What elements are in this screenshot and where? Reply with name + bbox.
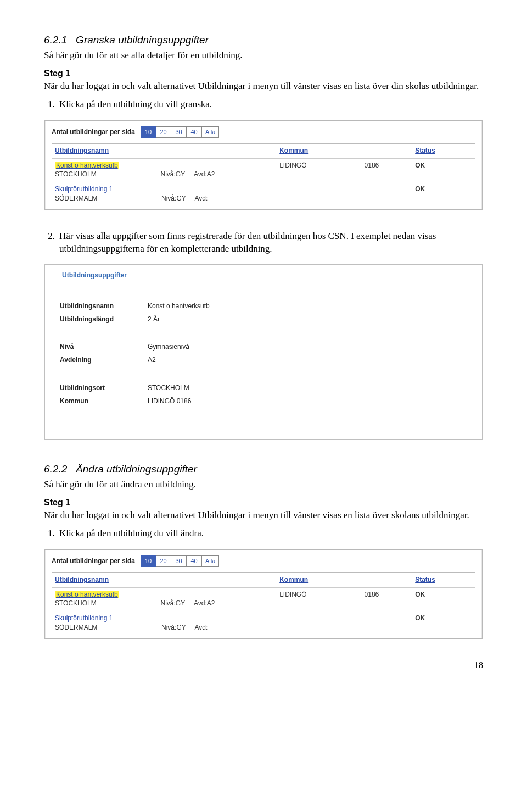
listing-screenshot-2: Antal utbildningar per sida 10 20 30 40 … (44, 549, 483, 639)
pager-option-20[interactable]: 20 (156, 126, 171, 138)
d-niva: Gymnasienivå (148, 342, 189, 351)
niva-label: Nivå: (160, 170, 175, 178)
section-intro: Så här gör du för att se alla detaljer f… (44, 49, 483, 62)
table-row[interactable]: Konst o hantverksutb STOCKHOLM Nivå:GY A… (52, 588, 475, 610)
utbildning-link-highlighted[interactable]: Konst o hantverksutb (55, 162, 119, 169)
pager-option-10[interactable]: 10 (141, 126, 156, 138)
kommun-code-cell: 0186 (361, 588, 412, 610)
step-item-1: Klicka på den utbildning du vill ändra. (57, 527, 483, 540)
pager: 10 20 30 40 Alla (141, 555, 219, 567)
section-heading-622: 6.2.2 Ändra utbildningsuppgifter (44, 462, 483, 476)
col-kommuncode (361, 143, 412, 158)
utbildning-link-highlighted[interactable]: Konst o hantverksutb (55, 591, 119, 598)
step-1-label: Steg 1 (44, 68, 483, 80)
d-namn: Konst o hantverksutb (148, 302, 210, 310)
niva-val: GY (176, 624, 186, 631)
niva-label: Nivå: (161, 194, 176, 202)
row-place: STOCKHOLM (55, 170, 97, 178)
pager-option-20[interactable]: 20 (156, 555, 171, 567)
page-number: 18 (44, 659, 483, 671)
status-cell: OK (412, 588, 475, 610)
step-1-text: När du har loggat in och valt alternativ… (44, 80, 483, 93)
pager-option-10[interactable]: 10 (141, 555, 156, 567)
niva-label: Nivå: (160, 599, 175, 607)
row-place: SÖDERMALM (55, 194, 97, 202)
section-heading-621: 6.2.1 Granska utbildningsuppgifter (44, 33, 483, 47)
section-title: Ändra utbildningsuppgifter (76, 463, 197, 475)
pager-control: Antal utbildningar per sida 10 20 30 40 … (52, 126, 475, 138)
section-title: Granska utbildningsuppgifter (76, 34, 209, 46)
table-row[interactable]: Skulptörutbildning 1 SÖDERMALM Nivå:GY A… (52, 610, 475, 634)
pager-control: Antal utbildningar per sida 10 20 30 40 … (52, 555, 475, 567)
avd-label: Avd: (194, 599, 207, 607)
kommun-cell: LIDINGÖ (276, 588, 361, 610)
details-screenshot: Utbildningsuppgifter UtbildningsnamnKons… (44, 264, 483, 440)
col-kommun[interactable]: Kommun (276, 572, 361, 587)
d-langd-lbl: Utbildningslängd (60, 315, 148, 324)
pager-option-alla[interactable]: Alla (202, 126, 219, 138)
pager-option-alla[interactable]: Alla (202, 555, 219, 567)
row-place: SÖDERMALM (55, 624, 97, 631)
status-cell: OK (412, 181, 475, 205)
avd-val: A2 (207, 599, 215, 607)
pager-option-30[interactable]: 30 (171, 555, 187, 567)
niva-val: GY (176, 194, 186, 202)
niva-val: GY (176, 599, 185, 607)
avd-label: Avd: (194, 170, 207, 178)
section-intro: Så här gör du för att ändra en utbildnin… (44, 479, 483, 491)
section-number: 6.2.2 (44, 463, 67, 475)
pager-option-40[interactable]: 40 (187, 126, 202, 138)
col-kommuncode (361, 572, 412, 587)
avd-val: A2 (207, 170, 215, 178)
listing-screenshot-1: Antal utbildningar per sida 10 20 30 40 … (44, 120, 483, 210)
d-kommun: LIDINGÖ 0186 (148, 397, 191, 405)
status-cell: OK (412, 610, 475, 634)
pager-label: Antal utbildningar per sida (52, 127, 135, 136)
kommun-code-cell: 0186 (361, 159, 412, 181)
step-list-2: Här visas alla uppgifter som finns regis… (57, 230, 483, 255)
step-item-1: Klicka på den utbildning du vill granska… (57, 98, 483, 111)
col-status[interactable]: Status (412, 143, 475, 158)
avd-label: Avd: (195, 624, 208, 631)
col-status[interactable]: Status (412, 572, 475, 587)
d-namn-lbl: Utbildningsnamn (60, 302, 148, 310)
step-1-label: Steg 1 (44, 497, 483, 509)
row-place: STOCKHOLM (55, 599, 97, 607)
status-cell: OK (412, 159, 475, 181)
table-row[interactable]: Konst o hantverksutb STOCKHOLM Nivå:GY A… (52, 159, 475, 181)
utbildning-link[interactable]: Skulptörutbildning 1 (55, 614, 113, 622)
utbildning-link[interactable]: Skulptörutbildning 1 (55, 185, 113, 193)
table-row[interactable]: Skulptörutbildning 1 SÖDERMALM Nivå:GY A… (52, 181, 475, 205)
pager-option-40[interactable]: 40 (187, 555, 202, 567)
utbildningar-table: Utbildningsnamn Kommun Status Konst o ha… (52, 572, 475, 634)
niva-label: Nivå: (161, 624, 176, 631)
kommun-cell: LIDINGÖ (276, 159, 361, 181)
step-item-2: Här visas alla uppgifter som finns regis… (57, 230, 483, 255)
section-number: 6.2.1 (44, 34, 67, 46)
d-langd: 2 År (148, 315, 160, 324)
col-kommun[interactable]: Kommun (276, 143, 361, 158)
step-1-text: När du har loggat in och valt alternativ… (44, 509, 483, 522)
col-utbildningsnamn[interactable]: Utbildningsnamn (52, 143, 276, 158)
utbildningar-table: Utbildningsnamn Kommun Status Konst o ha… (52, 143, 475, 205)
d-avd: A2 (148, 355, 156, 364)
niva-val: GY (176, 170, 185, 178)
d-kommun-lbl: Kommun (60, 397, 148, 405)
pager-option-30[interactable]: 30 (171, 126, 187, 138)
col-utbildningsnamn[interactable]: Utbildningsnamn (52, 572, 276, 587)
step-list: Klicka på den utbildning du vill granska… (57, 98, 483, 111)
step-list: Klicka på den utbildning du vill ändra. (57, 527, 483, 540)
d-avd-lbl: Avdelning (60, 355, 148, 364)
d-ort-lbl: Utbildningsort (60, 383, 148, 392)
pager: 10 20 30 40 Alla (141, 126, 219, 138)
pager-label: Antal utbildningar per sida (52, 557, 135, 565)
d-niva-lbl: Nivå (60, 342, 148, 351)
avd-label: Avd: (195, 194, 208, 202)
fieldset-legend: Utbildningsuppgifter (60, 271, 129, 280)
utbildningsuppgifter-fieldset: Utbildningsuppgifter UtbildningsnamnKons… (51, 271, 476, 433)
d-ort: STOCKHOLM (148, 383, 189, 392)
